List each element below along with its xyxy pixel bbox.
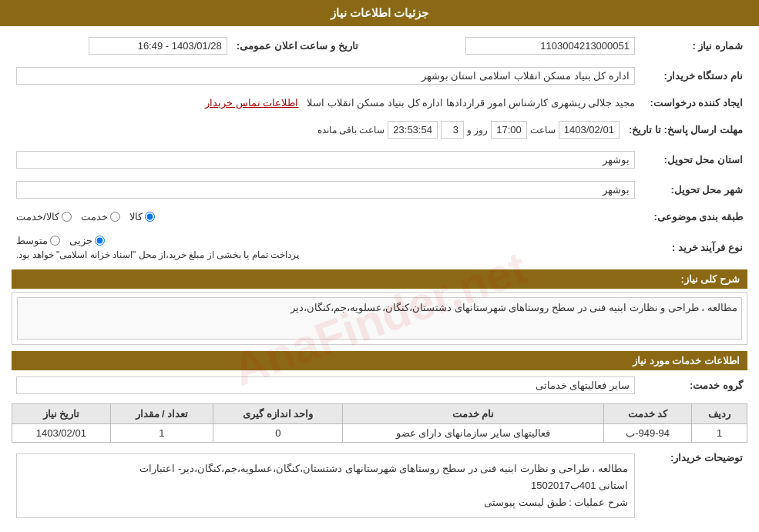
announce-label: تاریخ و ساعت اعلان عمومی: xyxy=(232,34,374,58)
cell-date: 1403/02/01 xyxy=(12,424,111,443)
info-table-4: مهلت ارسال پاسخ: تا تاریخ: 1403/02/01 سا… xyxy=(12,118,747,142)
info-table-7: طبقه بندی موضوعی: کالا/خدمت خدمت کالا xyxy=(12,208,747,226)
services-title: اطلاعات خدمات مورد نیاز xyxy=(633,355,740,366)
col-header-code: کد خدمت xyxy=(603,404,692,424)
delivery-city-value: بوشهر xyxy=(12,178,640,202)
general-description-text: مطالعه ، طراحی و نظارت ابنیه فنی در سطح … xyxy=(17,297,742,340)
page-wrapper: جزئیات اطلاعات نیاز شماره نیاز : 1103004… xyxy=(0,0,759,532)
created-by-value: مجید جلالی ریشهری کارشناس امور قراردادها… xyxy=(12,94,640,112)
services-data-table: ردیف کد خدمت نام خدمت واحد اندازه گیری ت… xyxy=(12,403,747,443)
general-description-header: شرح کلی نیاز: xyxy=(12,269,747,289)
response-time-label: ساعت xyxy=(530,125,556,136)
col-header-date: تاریخ نیاز xyxy=(12,404,111,424)
cell-count: 1 xyxy=(110,424,213,443)
announce-value: 1403/01/28 - 16:49 xyxy=(12,34,232,58)
cell-row: 1 xyxy=(692,424,747,443)
cell-code: 949-94-ب xyxy=(603,424,692,443)
purchase-radio-jozi[interactable]: جزیی xyxy=(69,235,105,246)
contact-link[interactable]: اطلاعات تماس خریدار xyxy=(205,97,298,109)
service-group-input: سایر فعالیتهای خدماتی xyxy=(16,376,635,394)
cell-name: فعالیتهای سایر سازمانهای دارای عضو xyxy=(343,424,603,443)
purchase-type-cell: متوسط جزیی پرداخت تمام یا بخشی از مبلغ خ… xyxy=(12,232,640,263)
services-header: اطلاعات خدمات مورد نیاز xyxy=(12,351,747,370)
buyer-description-table: توضیحات خریدار: مطالعه ، طراحی و نظارت ا… xyxy=(12,447,747,524)
table-row: 1 949-94-ب فعالیتهای سایر سازمانهای دارا… xyxy=(12,424,747,443)
purchase-type-label: نوع فرآیند خرید : xyxy=(640,232,747,263)
page-header: جزئیات اطلاعات نیاز xyxy=(0,0,759,26)
delivery-city-input: بوشهر xyxy=(16,181,635,199)
info-table-5: استان محل تحویل: بوشهر xyxy=(12,148,747,172)
info-table-8: نوع فرآیند خرید : متوسط جزیی xyxy=(12,232,747,263)
announce-input: 1403/01/28 - 16:49 xyxy=(89,37,227,55)
buyer-description-line1: مطالعه ، طراحی و نظارت ابنیه فنی در سطح … xyxy=(23,460,628,477)
purchase-radio-motavasset[interactable]: متوسط xyxy=(16,235,60,246)
response-date-label: مهلت ارسال پاسخ: تا تاریخ: xyxy=(624,118,747,142)
service-group-value: سایر فعالیتهای خدماتی xyxy=(12,373,640,397)
buyer-description-label: توضیحات خریدار: xyxy=(640,447,747,524)
cell-unit: 0 xyxy=(213,424,343,443)
need-number-label: شماره نیاز : xyxy=(640,34,747,58)
col-header-count: تعداد / مقدار xyxy=(110,404,213,424)
info-table-6: شهر محل تحویل: بوشهر xyxy=(12,178,747,202)
buyer-description-line2: استانی 401ب1502017 xyxy=(23,477,628,494)
delivery-province-input: بوشهر xyxy=(16,151,635,169)
response-remaining-input: 23:53:54 xyxy=(388,121,438,139)
response-date-input: 1403/02/01 xyxy=(559,121,620,139)
col-header-row: ردیف xyxy=(692,404,747,424)
category-label: طبقه بندی موضوعی: xyxy=(640,208,747,226)
response-days-label: روز و xyxy=(467,125,488,136)
created-by-label: ایجاد کننده درخواست: xyxy=(640,94,747,112)
buyer-description-line3: شرح عملیات : طبق لیست پیوستی xyxy=(23,494,628,511)
general-description-container: AnaFinder.net مطالعه ، طراحی و نظارت ابن… xyxy=(12,292,747,345)
delivery-province-value: بوشهر xyxy=(12,148,640,172)
buyer-name-label: نام دستگاه خریدار: xyxy=(640,64,747,88)
category-radio-kala-khedmat[interactable]: کالا/خدمت xyxy=(16,211,72,223)
page-title: جزئیات اطلاعات نیاز xyxy=(331,6,428,19)
main-content: شماره نیاز : 1103004213000051 تاریخ و سا… xyxy=(0,26,759,532)
buyer-name-input: اداره کل بنیاد مسکن انقلاب اسلامی استان … xyxy=(16,67,635,85)
service-group-label: گروه خدمت: xyxy=(640,373,747,397)
info-table-2: نام دستگاه خریدار: اداره کل بنیاد مسکن ا… xyxy=(12,64,747,88)
need-number-value: 1103004213000051 xyxy=(374,34,640,58)
service-group-table: گروه خدمت: سایر فعالیتهای خدماتی xyxy=(12,373,747,397)
buyer-name-value: اداره کل بنیاد مسکن انقلاب اسلامی استان … xyxy=(12,64,640,88)
delivery-province-label: استان محل تحویل: xyxy=(640,148,747,172)
response-remaining-label: ساعت باقی مانده xyxy=(317,125,385,136)
response-days-input: 3 xyxy=(441,121,464,139)
category-options-cell: کالا/خدمت خدمت کالا xyxy=(12,208,640,226)
need-number-input: 1103004213000051 xyxy=(465,37,635,55)
buyer-description-cell: مطالعه ، طراحی و نظارت ابنیه فنی در سطح … xyxy=(12,447,640,524)
response-time-input: 17:00 xyxy=(491,121,527,139)
category-radio-kala[interactable]: کالا xyxy=(129,211,155,223)
info-table-1: شماره نیاز : 1103004213000051 تاریخ و سا… xyxy=(12,34,747,58)
col-header-name: نام خدمت xyxy=(343,404,603,424)
buyer-description-box: مطالعه ، طراحی و نظارت ابنیه فنی در سطح … xyxy=(16,453,635,518)
delivery-city-label: شهر محل تحویل: xyxy=(640,178,747,202)
general-description-title: شرح کلی نیاز: xyxy=(680,273,740,285)
col-header-unit: واحد اندازه گیری xyxy=(213,404,343,424)
info-table-3: ایجاد کننده درخواست: مجید جلالی ریشهری ک… xyxy=(12,94,747,112)
purchase-notice: پرداخت تمام یا بخشی از مبلغ خرید،از محل … xyxy=(16,249,299,260)
category-radio-khedmat[interactable]: خدمت xyxy=(81,211,120,223)
response-date-area: 1403/02/01 ساعت 17:00 روز و 3 23:53:54 xyxy=(12,118,624,142)
